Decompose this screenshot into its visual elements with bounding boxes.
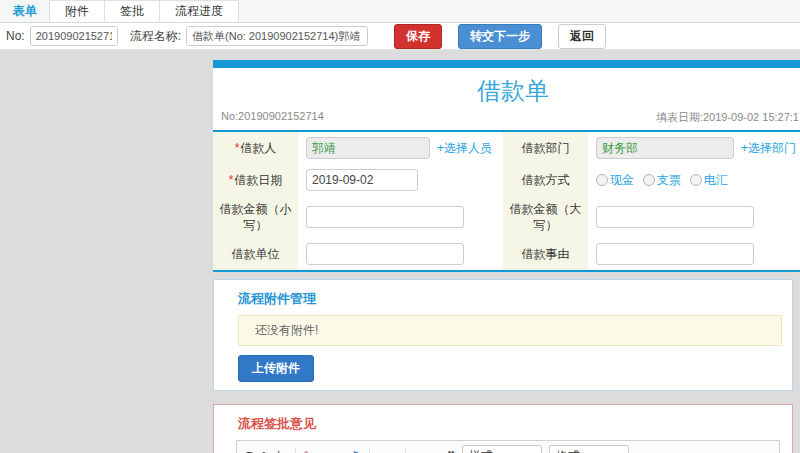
loan-date-field[interactable] [306, 169, 418, 191]
loan-method-label: 借款方式 [503, 164, 588, 196]
approval-panel: 流程签批意见 B I abc ✎ ∞ ∞ ⚑ ≡ ≡ ⇤ ⇥ ” 样式 [213, 404, 793, 453]
required-mark: * [229, 173, 234, 187]
radio-cheque[interactable]: 支票 [643, 172, 681, 189]
attachments-panel-title: 流程附件管理 [238, 290, 792, 308]
tab-approval[interactable]: 签批 [104, 0, 160, 22]
outdent-icon[interactable]: ⇤ [413, 449, 423, 453]
forward-next-step-button[interactable]: 转交下一步 [458, 24, 542, 49]
tab-form[interactable]: 表单 [0, 0, 50, 22]
remove-format-icon[interactable]: ✎ [303, 449, 313, 453]
divider-bottom [213, 270, 800, 272]
radio-circle-icon [643, 174, 655, 186]
rich-text-editor: B I abc ✎ ∞ ∞ ⚑ ≡ ≡ ⇤ ⇥ ” 样式 ▾ [236, 440, 780, 453]
toolbar-separator [405, 449, 406, 453]
no-label: No: [6, 29, 25, 43]
no-input[interactable] [30, 26, 118, 46]
tab-attachments[interactable]: 附件 [49, 0, 105, 22]
department-field[interactable] [596, 137, 734, 159]
upload-attachment-button[interactable]: 上传附件 [238, 355, 314, 382]
toolbar-separator [295, 449, 296, 453]
format-dropdown[interactable]: 格式 ▾ [549, 445, 629, 453]
department-label: 借款部门 [503, 132, 588, 164]
radio-circle-icon [690, 174, 702, 186]
radio-circle-icon [596, 174, 608, 186]
loan-method-radiogroup: 现金 支票 电汇 [596, 172, 800, 189]
attachments-panel: 流程附件管理 还没有附件! 上传附件 [213, 279, 793, 391]
process-name-label: 流程名称: [130, 28, 181, 45]
toolbar-separator [369, 449, 370, 453]
tab-progress[interactable]: 流程进度 [159, 0, 239, 22]
loan-date-label: *借款日期 [213, 164, 298, 196]
required-mark: * [235, 141, 240, 155]
amount-lower-field[interactable] [306, 206, 464, 228]
card-top-accent-bar [213, 60, 800, 68]
tab-bar: 表单 附件 签批 流程进度 [0, 0, 800, 23]
table-row: *借款日期 借款方式 现金 支票 [213, 164, 800, 196]
amount-upper-field[interactable] [596, 206, 754, 228]
loan-unit-field[interactable] [306, 243, 464, 265]
select-person-link[interactable]: +选择人员 [437, 140, 492, 157]
indent-icon[interactable]: ⇥ [430, 449, 440, 453]
loan-form-card: 借款单 No:20190902152714 填表日期:2019-09-02 15… [213, 60, 800, 272]
main-content: 借款单 No:20190902152714 填表日期:2019-09-02 15… [213, 60, 800, 453]
approval-panel-title: 流程签批意见 [238, 415, 792, 433]
form-no-text: No:20190902152714 [221, 110, 324, 125]
anchor-flag-icon[interactable]: ⚑ [351, 449, 362, 453]
no-attachments-alert: 还没有附件! [238, 315, 782, 346]
link-icon[interactable]: ∞ [320, 449, 329, 453]
blockquote-icon[interactable]: ” [447, 449, 455, 453]
radio-wire-transfer[interactable]: 电汇 [690, 172, 728, 189]
bullet-list-icon[interactable]: ≡ [391, 449, 398, 453]
amount-lower-label: 借款金额（小写） [213, 196, 298, 238]
numbered-list-icon[interactable]: ≡ [377, 449, 384, 453]
borrower-label: *借款人 [213, 132, 298, 164]
form-meta-row: No:20190902152714 填表日期:2019-09-02 15:27:… [213, 110, 800, 130]
loan-unit-label: 借款单位 [213, 238, 298, 270]
select-department-link[interactable]: +选择部门 [741, 140, 796, 157]
form-title: 借款单 [213, 68, 800, 110]
table-row: 借款单位 借款事由 [213, 238, 800, 270]
editor-toolbar: B I abc ✎ ∞ ∞ ⚑ ≡ ≡ ⇤ ⇥ ” 样式 ▾ [237, 441, 779, 453]
strikethrough-icon[interactable]: abc [272, 449, 288, 453]
table-row: 借款金额（小写） 借款金额（大写） [213, 196, 800, 238]
radio-cash[interactable]: 现金 [596, 172, 634, 189]
styles-dropdown[interactable]: 样式 ▾ [462, 445, 542, 453]
save-button[interactable]: 保存 [394, 24, 442, 49]
unlink-icon[interactable]: ∞ [336, 449, 345, 453]
action-toolbar: No: 流程名称: 保存 转交下一步 返回 [0, 23, 800, 50]
loan-reason-field[interactable] [596, 243, 754, 265]
loan-form-table: *借款人 +选择人员 借款部门 +选择部门 [213, 132, 800, 270]
borrower-field[interactable] [306, 137, 430, 159]
loan-reason-label: 借款事由 [503, 238, 588, 270]
amount-upper-label: 借款金额（大写） [503, 196, 588, 238]
form-date-text: 填表日期:2019-09-02 15:27:1 [656, 110, 799, 125]
back-button[interactable]: 返回 [558, 24, 606, 49]
table-row: *借款人 +选择人员 借款部门 +选择部门 [213, 132, 800, 164]
process-name-input[interactable] [186, 26, 368, 46]
bold-icon[interactable]: B [246, 449, 254, 453]
italic-icon[interactable]: I [261, 449, 265, 453]
